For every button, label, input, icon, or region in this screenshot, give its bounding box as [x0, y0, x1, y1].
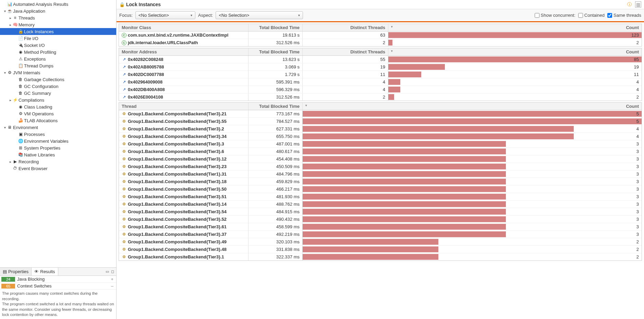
table-row[interactable]: ↗0x402AB80057883.069 s1919	[119, 63, 642, 71]
tree-item[interactable]: 📚Native Libraries	[0, 151, 116, 158]
tree-item[interactable]: 📊Automated Analysis Results	[0, 1, 116, 8]
table-row[interactable]: ⚙Group1.Backend.CompositeBackend{Tier3}.…	[119, 110, 642, 118]
tree-item[interactable]: ◉Method Profiling	[0, 49, 116, 55]
tree-item[interactable]: 🗑GC Summary	[0, 90, 116, 97]
table-row[interactable]: ↗0x4026E0004108312.526 ms22	[119, 93, 642, 101]
tree-item[interactable]: ▸⚡Compilations	[0, 97, 116, 103]
table-row[interactable]: ⚙Group1.Backend.CompositeBackend{Tier3}.…	[119, 253, 642, 260]
result-row[interactable]: 24Java Blocking+	[0, 276, 116, 283]
tree-item-icon: 🧠	[12, 22, 18, 27]
tree-item-icon: ◉	[18, 104, 23, 110]
row-count: 2	[388, 93, 642, 101]
tree-item[interactable]: 🍰TLAB Allocations	[0, 117, 116, 124]
expand-icon[interactable]: –	[110, 283, 115, 289]
tree-item-label: Recording	[19, 159, 39, 164]
row-time: 1.729 s	[248, 71, 303, 78]
tree-item[interactable]: ▸▶Recording	[0, 158, 116, 165]
table-row[interactable]: ⚙Group1.Backend.CompositeBackend{Tier3}.…	[119, 155, 642, 163]
tree-item[interactable]: 📋Thread Dumps	[0, 62, 116, 69]
table-row[interactable]: Ccom.sun.xml.bind.v2.runtime.JAXBContext…	[119, 31, 642, 39]
tree-item[interactable]: ▸≡Threads	[0, 14, 116, 21]
row-name: Group1.Backend.CompositeBackend{Tier3}.4…	[128, 239, 227, 244]
tree-item[interactable]: ⚙VM Operations	[0, 110, 116, 117]
table-row[interactable]: ↗0x402DB400A808596.329 ms44	[119, 86, 642, 93]
tree-item[interactable]: ⚠Exceptions	[0, 55, 116, 62]
table-row[interactable]: ⚙Group1.Backend.CompositeBackend{Tier3}.…	[119, 163, 642, 170]
col-total-blocked[interactable]: Total Blocked Time	[248, 48, 303, 55]
tree-item[interactable]: 🔌Socket I/O	[0, 42, 116, 49]
row-name: Group1.Backend.CompositeBackend{Tier1}.3…	[128, 171, 227, 177]
tree-item[interactable]: 🌐Environment Variables	[0, 138, 116, 144]
outline-tree[interactable]: 📊Automated Analysis Results▾☕Java Applic…	[0, 0, 116, 267]
maximize-icon[interactable]: ◻	[111, 269, 114, 274]
col-total-blocked[interactable]: Total Blocked Time	[248, 24, 303, 31]
table-row[interactable]: ↗0x402DC00077881.729 s1111	[119, 71, 642, 78]
table-row[interactable]: ⚙Group1.Backend.CompositeBackend{Tier3}.…	[119, 118, 642, 125]
row-count: 4	[303, 133, 642, 140]
table-row[interactable]: ⚙Group1.Backend.CompositeBackend{Tier3}.…	[119, 133, 642, 140]
tree-item[interactable]: ⏱Event Browser	[0, 165, 116, 172]
col-monitor-address[interactable]: Monitor Address	[119, 48, 248, 55]
same-threads-checkbox[interactable]: Same threads	[607, 13, 641, 18]
aspect-select[interactable]: <No Selection>▾	[216, 11, 303, 19]
tree-item[interactable]: ⊞System Properties	[0, 144, 116, 151]
tab-results[interactable]: 👁Results	[32, 268, 58, 276]
col-distinct-threads[interactable]: Distinct Threads	[303, 48, 388, 55]
col-thread[interactable]: Thread	[119, 103, 248, 110]
row-count: 123	[388, 31, 642, 39]
tree-item[interactable]: 🗑Garbage Collections	[0, 76, 116, 83]
aspect-label: Aspect:	[198, 13, 213, 18]
table-row[interactable]: ↗0x402964009008595.391 ms44	[119, 78, 642, 86]
expand-icon[interactable]: +	[109, 277, 115, 282]
tree-item[interactable]: ◉Class Loading	[0, 103, 116, 110]
tree-item[interactable]: 🗑GC Configuration	[0, 83, 116, 90]
tree-item[interactable]: ▾☕Java Application	[0, 8, 116, 14]
tree-item-label: Garbage Collections	[24, 77, 64, 82]
col-count[interactable]: ▾Count	[388, 24, 642, 31]
row-count: 3	[303, 193, 642, 200]
info-icon[interactable]: ⓘ	[626, 1, 632, 8]
table-row[interactable]: ⚙Group1.Backend.CompositeBackend{Tier3}.…	[119, 246, 642, 253]
table-row[interactable]: ⚙Group1.Backend.CompositeBackend{Tier3}.…	[119, 193, 642, 201]
table-row[interactable]: ⚙Group1.Backend.CompositeBackend{Tier3}.…	[119, 223, 642, 231]
table-row[interactable]: ⚙Group1.Backend.CompositeBackend{Tier3}.…	[119, 140, 642, 148]
table-header: Monitor Class Total Blocked Time Distinc…	[119, 24, 642, 31]
col-total-blocked[interactable]: Total Blocked Time	[248, 103, 303, 110]
row-name: Group1.Backend.CompositeBackend{Tier3}.2…	[128, 164, 227, 169]
table-row[interactable]: ↗0x40282C00824813.623 s5585	[119, 56, 642, 63]
table-row[interactable]: ⚙Group1.Backend.CompositeBackend{Tier3}.…	[119, 201, 642, 208]
tree-item[interactable]: 📄File I/O	[0, 35, 116, 42]
tree-item[interactable]: ▸🧠Memory	[0, 21, 116, 28]
table-row[interactable]: ⚙Group1.Backend.CompositeBackend{Tier3}.…	[119, 125, 642, 133]
col-count[interactable]: ▾Count	[388, 48, 642, 55]
row-icon: ⚙	[122, 247, 126, 252]
table-row[interactable]: ⚙Group1.Backend.CompositeBackend{Tier3}.…	[119, 148, 642, 155]
table-row[interactable]: ⚙Group1.Backend.CompositeBackend{Tier3}.…	[119, 231, 642, 238]
tree-item[interactable]: ▾🖥Environment	[0, 124, 116, 131]
result-row[interactable]: 65Context Switches–	[0, 283, 116, 290]
tree-item[interactable]: 🔒Lock Instances	[0, 28, 116, 35]
table-row[interactable]: ⚙Group1.Backend.CompositeBackend{Tier3}.…	[119, 186, 642, 193]
panel-menu-icon[interactable]: ▥	[635, 1, 641, 8]
minimize-icon[interactable]: ▭	[106, 269, 109, 274]
row-time: 596.329 ms	[248, 86, 303, 93]
show-concurrent-checkbox[interactable]: Show concurrent:	[535, 13, 575, 18]
tab-properties[interactable]: ▤Properties	[0, 268, 32, 276]
col-distinct-threads[interactable]: Distinct Threads	[303, 24, 388, 31]
row-name: 0x402AB8005788	[128, 64, 164, 69]
row-name: jdk.internal.loader.URLClassPath	[128, 40, 198, 45]
focus-select[interactable]: <No Selection>▾	[135, 11, 195, 19]
col-monitor-class[interactable]: Monitor Class	[119, 24, 248, 31]
table-row[interactable]: ⚙Group1.Backend.CompositeBackend{Tier3}.…	[119, 178, 642, 186]
table-row[interactable]: ⚙Group1.Backend.CompositeBackend{Tier3}.…	[119, 208, 642, 216]
table-row[interactable]: ⚙Group1.Backend.CompositeBackend{Tier3}.…	[119, 238, 642, 246]
contained-checkbox[interactable]: Contained	[578, 13, 605, 18]
table-row[interactable]: ⚙Group1.Backend.CompositeBackend{Tier3}.…	[119, 216, 642, 223]
table-row[interactable]: ⚙Group1.Backend.CompositeBackend{Tier1}.…	[119, 170, 642, 178]
tree-item[interactable]: ▾⚙JVM Internals	[0, 69, 116, 76]
table-row[interactable]: Cjdk.internal.loader.URLClassPath312.526…	[119, 39, 642, 46]
col-count[interactable]: ▾Count	[303, 103, 642, 110]
tree-item-label: Compilations	[19, 98, 44, 103]
row-icon: ⚙	[122, 134, 126, 139]
tree-item[interactable]: ▣Processes	[0, 131, 116, 138]
